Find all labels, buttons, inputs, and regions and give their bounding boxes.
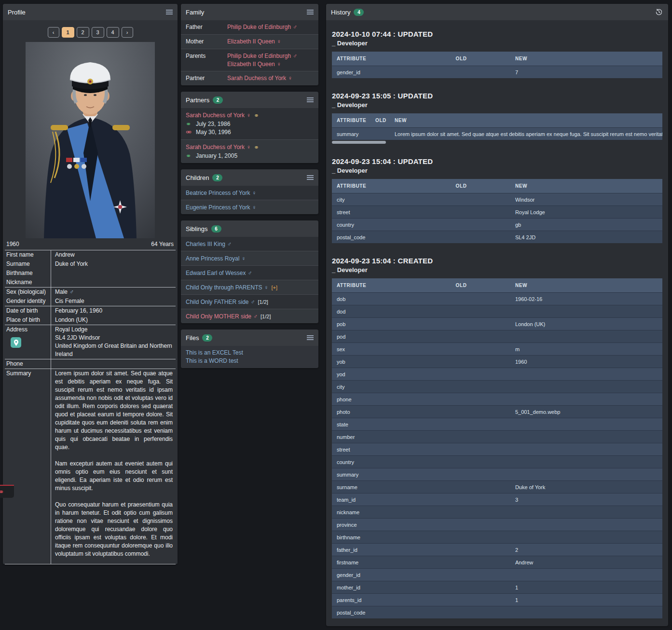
row-attribute: dob bbox=[332, 296, 451, 302]
row-attribute: mother_id bbox=[332, 585, 451, 590]
children-count-badge: 2 bbox=[212, 174, 222, 181]
column-header-new: NEW bbox=[390, 118, 662, 123]
row-new-value: m bbox=[510, 346, 662, 352]
birth-year-label: 1960 bbox=[6, 241, 19, 247]
profile-column: Profile ‹ 1234 › bbox=[3, 4, 178, 564]
page-button[interactable]: 1 bbox=[62, 27, 74, 38]
gender-icon: ♂ bbox=[293, 52, 297, 60]
row-attribute: summary bbox=[332, 131, 370, 137]
person-link[interactable]: Sarah Duchess of York ♀ bbox=[227, 74, 292, 82]
profile-card-header: Profile bbox=[3, 4, 178, 20]
birth-fields-group: Date of birth February 16, 1960 Place of… bbox=[5, 306, 176, 325]
history-refresh-icon[interactable] bbox=[655, 8, 663, 16]
history-row: yod bbox=[332, 368, 662, 380]
partnership-event: ⚭ January 1, 2005 bbox=[186, 152, 314, 159]
person-name: Sarah Duchess of York bbox=[227, 74, 286, 82]
field-label: Sex (biological) bbox=[5, 288, 51, 297]
relation-label: Father bbox=[186, 20, 227, 30]
field-row: Sex (biological) Male♂ bbox=[5, 288, 176, 297]
phone-fields-group: Phone bbox=[5, 359, 176, 369]
file-link[interactable]: This is a WORD test bbox=[186, 357, 238, 364]
age-label: 64 Years bbox=[151, 241, 174, 247]
history-row: firstname Andrew bbox=[332, 556, 662, 568]
person-link[interactable]: Elizabeth II Queen ♀ bbox=[227, 60, 297, 68]
row-new-value: 1 bbox=[510, 597, 662, 603]
history-row: street Royal Lodge bbox=[332, 205, 662, 218]
field-label: Surname bbox=[5, 260, 51, 269]
partners-card: Partners 2 Sarah Duchess of York ♀ ⚭ bbox=[181, 92, 318, 163]
genealogy-app-page: Profile ‹ 1234 › bbox=[0, 0, 672, 630]
field-value: Male♂ bbox=[51, 288, 176, 297]
relation-persons: Elizabeth II Queen ♀ bbox=[227, 35, 281, 48]
history-row: photo 5_001_demo.webp bbox=[332, 405, 662, 418]
person-link[interactable]: Child Only through PARENTS ♀ bbox=[186, 284, 269, 291]
sibling-row: Charles III King ♂ bbox=[181, 237, 318, 251]
marriage-rings-icon: ⚭ bbox=[254, 112, 259, 119]
gender-icon: ♀ bbox=[277, 38, 281, 45]
files-menu-icon[interactable] bbox=[307, 335, 314, 341]
row-new-value: Andrew bbox=[510, 560, 662, 565]
row-attribute: sex bbox=[332, 346, 451, 352]
history-entry-user: _ Developer bbox=[332, 40, 662, 47]
row-new-value: 3 bbox=[510, 497, 662, 503]
person-name: Child Only through PARENTS bbox=[186, 284, 262, 291]
field-label: Birthname bbox=[5, 269, 51, 278]
next-page-button[interactable]: › bbox=[122, 27, 133, 38]
edge-drawer-handle[interactable]: ⚭ bbox=[0, 485, 14, 498]
profile-menu-icon[interactable] bbox=[166, 9, 173, 15]
gender-icon: ♀ bbox=[264, 284, 269, 291]
person-link[interactable]: Child Only FATHER side ♂ bbox=[186, 298, 255, 306]
page-button[interactable]: 2 bbox=[77, 27, 89, 38]
person-name: Child Only MOTHER side bbox=[186, 313, 251, 320]
family-card: Family Father Philip Duke of Edinburgh ♂ bbox=[181, 4, 318, 85]
field-label: Place of birth bbox=[5, 315, 51, 325]
files-card: Files 2 This is an EXCEL Test This is a … bbox=[181, 329, 318, 368]
field-row: Phone bbox=[5, 359, 176, 369]
person-link[interactable]: Sarah Duchess of York ♀ bbox=[186, 143, 251, 151]
partners-menu-icon[interactable] bbox=[307, 97, 314, 103]
person-link[interactable]: Charles III King ♂ bbox=[186, 240, 232, 248]
horizontal-scrollbar[interactable] bbox=[332, 141, 386, 144]
person-link[interactable]: Philip Duke of Edinburgh ♂ bbox=[227, 23, 297, 31]
file-link[interactable]: This is an EXCEL Test bbox=[186, 349, 243, 356]
male-gender-icon: ♂ bbox=[69, 288, 74, 295]
family-menu-icon[interactable] bbox=[307, 9, 314, 15]
person-link[interactable]: Edward Earl of Wessex ♂ bbox=[186, 269, 252, 277]
row-attribute: pod bbox=[332, 334, 451, 340]
prev-page-button[interactable]: ‹ bbox=[48, 27, 59, 38]
children-menu-icon[interactable] bbox=[307, 175, 314, 180]
page-button[interactable]: 4 bbox=[107, 27, 119, 38]
event-rings-icon: ⚭ bbox=[186, 121, 194, 127]
field-row: Address Royal Lodge SL4 2JD Windsor Unit… bbox=[5, 325, 176, 359]
person-link[interactable]: Anne Princess Royal ♀ bbox=[186, 255, 246, 262]
person-link[interactable]: Sarah Duchess of York ♀ bbox=[186, 111, 251, 119]
gender-icon: ♀ bbox=[252, 189, 256, 197]
profile-photo[interactable] bbox=[26, 42, 155, 238]
person-link[interactable]: Elizabeth II Queen ♀ bbox=[227, 38, 281, 45]
row-attribute: yod bbox=[332, 371, 451, 377]
map-pin-button[interactable] bbox=[11, 337, 21, 348]
history-title: History bbox=[331, 9, 350, 16]
page-button[interactable]: 3 bbox=[92, 27, 104, 38]
siblings-list: Charles III King ♂ Anne Princess Royal ♀… bbox=[181, 237, 318, 323]
history-row: parents_id 1 bbox=[332, 593, 662, 606]
address-fields-group: Address Royal Lodge SL4 2JD Windsor Unit… bbox=[5, 325, 176, 359]
history-row: sex m bbox=[332, 342, 662, 355]
children-card-header: Children 2 bbox=[181, 169, 318, 186]
person-link[interactable]: Philip Duke of Edinburgh ♂ bbox=[227, 52, 297, 60]
portrait-photo-svg bbox=[26, 42, 155, 238]
family-row: Father Philip Duke of Edinburgh ♂ bbox=[181, 20, 318, 34]
chevron-left-icon: ‹ bbox=[53, 29, 55, 35]
person-link[interactable]: Eugenie Princess of York ♀ bbox=[186, 204, 256, 211]
person-link[interactable]: Child Only MOTHER side ♂ bbox=[186, 313, 258, 320]
person-link[interactable]: Beatrice Princess of York ♀ bbox=[186, 189, 256, 197]
field-row: Nickname bbox=[5, 278, 176, 287]
row-new-value: 2 bbox=[510, 547, 662, 553]
history-entry: 2024-09-23 15:05 : UPDATED _ Developer A… bbox=[332, 92, 662, 144]
chevron-right-icon: › bbox=[126, 29, 128, 35]
sibling-row: Edward Earl of Wessex ♂ bbox=[181, 265, 318, 280]
row-attribute: photo bbox=[332, 409, 451, 415]
relation-persons: Sarah Duchess of York ♀ bbox=[227, 71, 292, 85]
family-row: Mother Elizabeth II Queen ♀ bbox=[181, 34, 318, 49]
person-name: Philip Duke of Edinburgh bbox=[227, 52, 291, 60]
